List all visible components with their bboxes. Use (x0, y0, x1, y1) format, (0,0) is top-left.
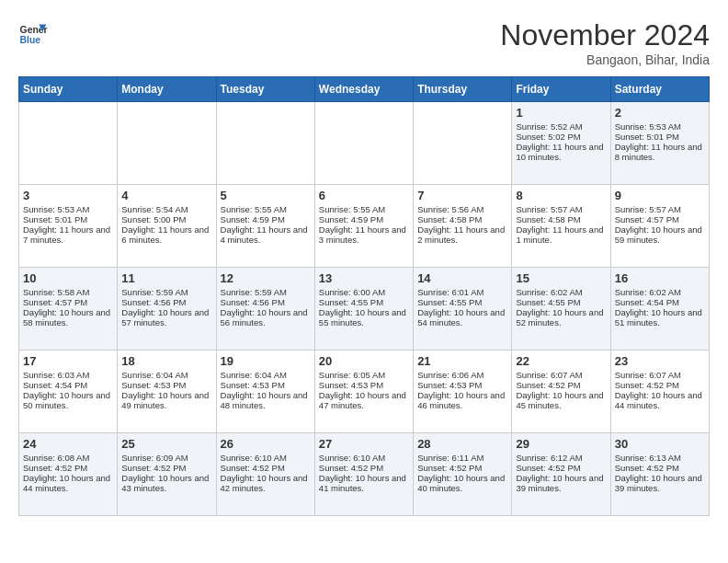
weekday-header: Wednesday (314, 77, 413, 102)
cell-content: Daylight: 10 hours and 54 minutes. (417, 307, 507, 327)
cell-content: Sunset: 4:52 PM (121, 463, 211, 473)
cell-content: Sunrise: 5:54 AM (121, 204, 211, 214)
calendar-cell: 10Sunrise: 5:58 AMSunset: 4:57 PMDayligh… (19, 268, 118, 350)
cell-content: Sunset: 4:55 PM (516, 297, 606, 307)
calendar-week-row: 1Sunrise: 5:52 AMSunset: 5:02 PMDaylight… (19, 102, 710, 185)
calendar-week-row: 10Sunrise: 5:58 AMSunset: 4:57 PMDayligh… (19, 268, 710, 350)
calendar-cell: 13Sunrise: 6:00 AMSunset: 4:55 PMDayligh… (314, 268, 413, 350)
logo: General Blue (18, 18, 48, 48)
calendar-cell: 28Sunrise: 6:11 AMSunset: 4:52 PMDayligh… (414, 433, 512, 516)
day-number: 1 (516, 106, 606, 120)
cell-content: Sunset: 4:57 PM (23, 297, 113, 307)
cell-content: Sunrise: 6:07 AM (615, 370, 705, 380)
day-number: 4 (121, 189, 211, 202)
day-number: 28 (417, 437, 507, 451)
cell-content: Daylight: 10 hours and 57 minutes. (121, 307, 211, 327)
weekday-header-row: SundayMondayTuesdayWednesdayThursdayFrid… (19, 77, 710, 102)
day-number: 13 (319, 271, 409, 285)
weekday-header: Sunday (19, 77, 118, 102)
cell-content: Sunset: 4:53 PM (121, 380, 211, 390)
calendar-cell (414, 102, 512, 185)
cell-content: Daylight: 10 hours and 58 minutes. (23, 307, 113, 327)
cell-content: Sunset: 4:52 PM (615, 463, 705, 473)
day-number: 6 (319, 189, 409, 202)
cell-content: Daylight: 10 hours and 48 minutes. (221, 390, 311, 410)
cell-content: Sunrise: 6:00 AM (319, 287, 409, 297)
cell-content: Sunrise: 6:11 AM (417, 453, 507, 463)
cell-content: Sunset: 4:56 PM (221, 297, 311, 307)
cell-content: Daylight: 11 hours and 8 minutes. (615, 142, 705, 162)
cell-content: Sunrise: 6:04 AM (121, 370, 211, 380)
cell-content: Sunrise: 6:01 AM (417, 287, 507, 297)
cell-content: Sunset: 4:52 PM (221, 463, 311, 473)
cell-content: Daylight: 11 hours and 3 minutes. (319, 224, 409, 245)
cell-content: Sunset: 5:00 PM (121, 214, 211, 224)
cell-content: Daylight: 10 hours and 59 minutes. (615, 224, 705, 245)
cell-content: Sunrise: 6:08 AM (23, 453, 113, 463)
calendar-cell (19, 102, 118, 185)
cell-content: Daylight: 10 hours and 44 minutes. (615, 390, 705, 410)
calendar-cell: 14Sunrise: 6:01 AMSunset: 4:55 PMDayligh… (414, 268, 512, 350)
cell-content: Sunset: 4:52 PM (615, 380, 705, 390)
cell-content: Sunrise: 5:55 AM (319, 204, 409, 214)
cell-content: Daylight: 10 hours and 50 minutes. (23, 390, 113, 410)
calendar-week-row: 3Sunrise: 5:53 AMSunset: 5:01 PMDaylight… (19, 185, 710, 268)
cell-content: Daylight: 10 hours and 43 minutes. (121, 473, 211, 493)
cell-content: Sunset: 4:53 PM (417, 380, 507, 390)
cell-content: Sunset: 4:54 PM (23, 380, 113, 390)
cell-content: Sunrise: 6:02 AM (516, 287, 606, 297)
cell-content: Sunset: 4:58 PM (417, 214, 507, 224)
calendar-cell: 6Sunrise: 5:55 AMSunset: 4:59 PMDaylight… (314, 185, 413, 268)
svg-text:Blue: Blue (20, 35, 41, 45)
cell-content: Sunset: 4:58 PM (516, 214, 606, 224)
cell-content: Daylight: 10 hours and 46 minutes. (417, 390, 507, 410)
cell-content: Sunset: 4:57 PM (615, 214, 705, 224)
day-number: 10 (23, 271, 113, 285)
cell-content: Sunrise: 6:03 AM (23, 370, 113, 380)
calendar-week-row: 17Sunrise: 6:03 AMSunset: 4:54 PMDayligh… (19, 350, 710, 433)
day-number: 3 (23, 189, 113, 202)
day-number: 5 (221, 189, 311, 202)
cell-content: Sunrise: 6:07 AM (516, 370, 606, 380)
day-number: 17 (23, 354, 113, 368)
day-number: 15 (516, 271, 606, 285)
cell-content: Daylight: 10 hours and 45 minutes. (516, 390, 606, 410)
calendar-cell: 27Sunrise: 6:10 AMSunset: 4:52 PMDayligh… (314, 433, 413, 516)
cell-content: Sunrise: 6:04 AM (221, 370, 311, 380)
cell-content: Sunrise: 6:12 AM (516, 453, 606, 463)
title-block: November 2024 Bangaon, Bihar, India (500, 18, 710, 67)
cell-content: Sunset: 4:53 PM (221, 380, 311, 390)
cell-content: Sunset: 5:01 PM (23, 214, 113, 224)
cell-content: Sunset: 4:59 PM (319, 214, 409, 224)
cell-content: Daylight: 10 hours and 51 minutes. (615, 307, 705, 327)
calendar-cell: 23Sunrise: 6:07 AMSunset: 4:52 PMDayligh… (610, 350, 709, 433)
cell-content: Sunset: 4:55 PM (319, 297, 409, 307)
day-number: 19 (221, 354, 311, 368)
cell-content: Sunset: 4:54 PM (615, 297, 705, 307)
day-number: 12 (221, 271, 311, 285)
cell-content: Sunset: 4:53 PM (319, 380, 409, 390)
cell-content: Daylight: 11 hours and 10 minutes. (516, 142, 606, 162)
cell-content: Daylight: 10 hours and 47 minutes. (319, 390, 409, 410)
cell-content: Daylight: 11 hours and 7 minutes. (23, 224, 113, 245)
day-number: 24 (23, 437, 113, 451)
cell-content: Sunrise: 6:10 AM (319, 453, 409, 463)
day-number: 20 (319, 354, 409, 368)
cell-content: Sunrise: 5:59 AM (121, 287, 211, 297)
calendar-cell: 20Sunrise: 6:05 AMSunset: 4:53 PMDayligh… (314, 350, 413, 433)
cell-content: Sunrise: 6:13 AM (615, 453, 705, 463)
day-number: 30 (615, 437, 705, 451)
cell-content: Sunrise: 5:57 AM (516, 204, 606, 214)
cell-content: Sunrise: 6:05 AM (319, 370, 409, 380)
calendar-cell: 1Sunrise: 5:52 AMSunset: 5:02 PMDaylight… (512, 102, 610, 185)
calendar-cell: 16Sunrise: 6:02 AMSunset: 4:54 PMDayligh… (610, 268, 709, 350)
cell-content: Sunrise: 6:06 AM (417, 370, 507, 380)
cell-content: Sunrise: 5:58 AM (23, 287, 113, 297)
cell-content: Daylight: 11 hours and 4 minutes. (221, 224, 311, 245)
day-number: 27 (319, 437, 409, 451)
day-number: 21 (417, 354, 507, 368)
cell-content: Sunrise: 5:53 AM (615, 121, 705, 132)
calendar-cell: 11Sunrise: 5:59 AMSunset: 4:56 PMDayligh… (118, 268, 216, 350)
calendar-cell: 19Sunrise: 6:04 AMSunset: 4:53 PMDayligh… (216, 350, 314, 433)
cell-content: Sunrise: 5:53 AM (23, 204, 113, 214)
